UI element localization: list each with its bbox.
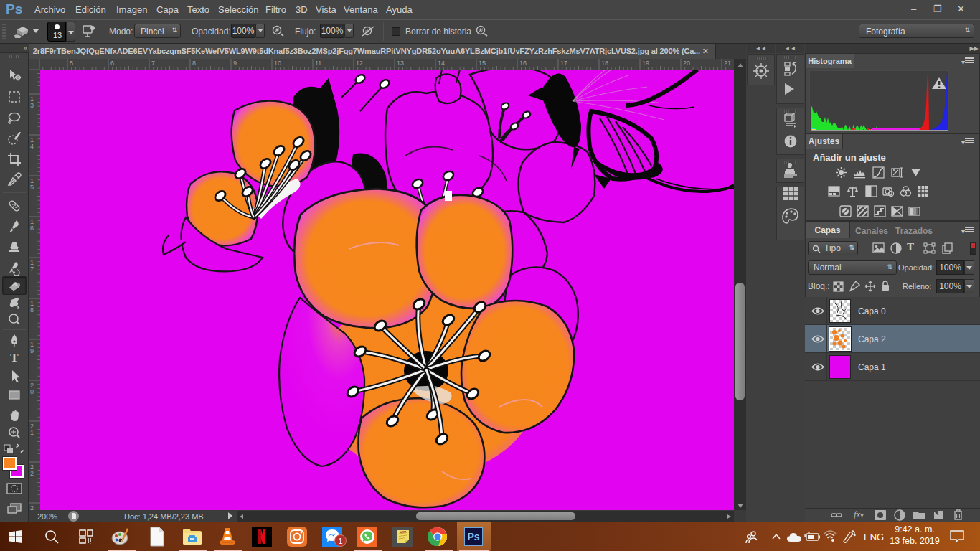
- svg-text:13: 13: [397, 60, 404, 67]
- svg-text:2: 2: [30, 470, 34, 477]
- svg-text:9: 9: [30, 347, 34, 354]
- svg-text:12: 12: [356, 60, 363, 67]
- svg-text:8: 8: [30, 306, 34, 314]
- svg-text:11: 11: [315, 60, 321, 67]
- svg-text:17: 17: [560, 60, 567, 67]
- svg-text:15: 15: [479, 60, 486, 67]
- svg-text:5: 5: [30, 184, 34, 191]
- svg-text:3: 3: [30, 102, 34, 109]
- svg-text:6: 6: [30, 225, 34, 232]
- svg-text:18: 18: [601, 60, 608, 67]
- svg-text:7: 7: [30, 265, 34, 273]
- svg-text:8: 8: [192, 60, 196, 67]
- svg-text:6: 6: [110, 60, 114, 67]
- svg-text:1: 1: [30, 429, 34, 436]
- svg-text:4: 4: [30, 143, 34, 150]
- svg-text:19: 19: [642, 60, 649, 67]
- svg-text:14: 14: [438, 60, 445, 67]
- svg-text:5: 5: [70, 60, 73, 67]
- svg-text:20: 20: [683, 60, 690, 67]
- svg-text:9: 9: [233, 60, 237, 67]
- svg-text:2: 2: [30, 504, 34, 510]
- svg-text:10: 10: [274, 60, 281, 67]
- svg-text:7: 7: [151, 60, 155, 67]
- svg-text:21: 21: [724, 60, 731, 67]
- svg-text:0: 0: [30, 388, 34, 395]
- svg-text:16: 16: [519, 60, 527, 67]
